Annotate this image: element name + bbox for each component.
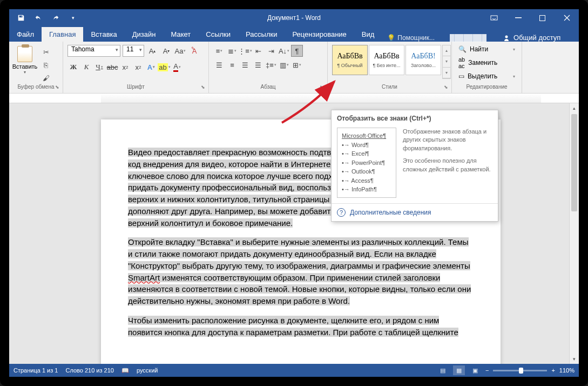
group-font: Tahoma 11 A▴ A▾ Aa A✎ Ж К Ч abc x2 x2 A … [63, 42, 209, 93]
ruler[interactable] [9, 94, 579, 103]
view-print-button[interactable]: ▦ [453, 365, 465, 375]
strike-button[interactable]: abc [106, 61, 118, 73]
shrink-font-button[interactable]: A▾ [160, 45, 172, 57]
status-words[interactable]: Слово 210 из 210 [65, 367, 114, 374]
tell-me-search[interactable]: 💡 Помощник... [382, 34, 440, 42]
status-language[interactable]: русский [137, 367, 158, 374]
style-nospacing[interactable]: АаБбВв ¶ Без инте... [369, 45, 404, 75]
borders-button[interactable]: ⊞ [291, 59, 303, 71]
paste-label: Вставить [12, 63, 38, 70]
sort-button[interactable]: A↓ [278, 45, 290, 57]
clear-format-button[interactable]: A✎ [188, 45, 200, 57]
group-clipboard-label: Буфер обмена [12, 84, 59, 91]
shading-button[interactable]: ▥ [278, 59, 290, 71]
numbering-button[interactable]: ≣ [226, 45, 238, 57]
clipboard-launcher[interactable]: ⬊ [55, 84, 62, 91]
undo-button[interactable] [31, 10, 46, 25]
svg-rect-2 [540, 15, 545, 21]
zoom-in-button[interactable]: + [551, 367, 555, 374]
highlight-button[interactable]: ab [158, 61, 170, 73]
line-spacing-button[interactable]: ‡≡ [265, 59, 277, 71]
scroll-thumb[interactable] [571, 114, 577, 211]
tooltip-more-link[interactable]: ? Дополнительные сведения [332, 203, 498, 221]
decrease-indent-button[interactable]: ⇤ [252, 45, 264, 57]
font-launcher[interactable]: ⬊ [201, 84, 207, 91]
group-styles-label: Стили [331, 84, 448, 91]
bold-button[interactable]: Ж [67, 61, 79, 73]
group-clipboard: Вставить ▾ ✂ ⎘ 🖌 Буфер обмена ⬊ [9, 42, 63, 93]
change-case-button[interactable]: Aa [174, 45, 186, 57]
justify-button[interactable]: ☰ [252, 59, 264, 71]
align-right-button[interactable]: ☰ [239, 59, 251, 71]
underline-button[interactable]: Ч [93, 61, 105, 73]
font-size-combo[interactable]: 11 [123, 45, 144, 57]
bullets-button[interactable]: ≡ [213, 45, 225, 57]
maximize-button[interactable] [530, 9, 555, 26]
italic-button[interactable]: К [80, 61, 92, 73]
group-editing-label: Редактирование [455, 84, 518, 91]
minimize-button[interactable] [506, 9, 530, 26]
tab-references[interactable]: Ссылки [198, 27, 238, 42]
view-read-button[interactable]: ▤ [437, 365, 449, 375]
doc-paragraph-3[interactable]: Чтобы изменить расположение рисунка в до… [128, 316, 458, 337]
superscript-button[interactable]: x2 [132, 61, 144, 73]
status-page[interactable]: Страница 1 из 1 [13, 367, 58, 374]
window-title: Документ1 - Word [267, 14, 321, 22]
show-marks-button[interactable]: ¶ [291, 45, 303, 57]
align-left-button[interactable]: ☰ [213, 59, 225, 71]
scroll-up-icon[interactable]: ▴ [570, 103, 579, 113]
account-name[interactable]: ████████ [440, 34, 496, 42]
ribbon-options-button[interactable] [482, 9, 506, 26]
tooltip-description: Отображение знаков абзаца и других скрыт… [403, 128, 492, 198]
font-color-button[interactable]: A [171, 61, 183, 73]
tab-view[interactable]: Вид [354, 27, 382, 42]
subscript-button[interactable]: x2 [119, 61, 131, 73]
paragraph-launcher[interactable]: ⬊ [320, 84, 326, 91]
tab-insert[interactable]: Вставка [83, 27, 124, 42]
tab-layout[interactable]: Макет [163, 27, 198, 42]
text-effects-button[interactable]: A [145, 61, 157, 73]
doc-paragraph-2a[interactable]: Откройте вкладку "Вставка" и выберите ну… [128, 237, 470, 270]
style-heading1[interactable]: АаБбВ! Заголово... [405, 45, 441, 75]
redo-button[interactable] [48, 10, 63, 25]
ribbon-tabs: Файл Главная Вставка Дизайн Макет Ссылки… [9, 26, 579, 42]
grow-font-button[interactable]: A▴ [146, 45, 158, 57]
doc-smartart-word[interactable]: SmartArt [128, 273, 160, 282]
paste-button[interactable]: Вставить ▾ [12, 44, 37, 84]
tab-review[interactable]: Рецензирование [285, 27, 354, 42]
increase-indent-button[interactable]: ⇥ [265, 45, 277, 57]
styles-gallery-nav[interactable]: ▴▾▾ [442, 45, 451, 79]
save-button[interactable] [13, 10, 29, 25]
scroll-down-icon[interactable]: ▾ [570, 354, 579, 364]
replace-button[interactable]: abac Заменить [455, 55, 518, 71]
zoom-slider[interactable] [493, 370, 547, 371]
svg-rect-1 [515, 17, 522, 18]
close-button[interactable] [555, 9, 579, 26]
doc-paragraph-2c[interactable]: изменятся соответствующим образом. При п… [128, 273, 471, 306]
find-button[interactable]: 🔍 Найти ▾ [455, 44, 518, 55]
status-proofing-icon[interactable]: 📖 [121, 367, 129, 374]
tab-home[interactable]: Главная [42, 27, 83, 42]
vertical-scrollbar[interactable]: ▴ ▾ [569, 103, 579, 364]
view-web-button[interactable]: ▣ [469, 365, 481, 375]
share-button[interactable]: Общий доступ [496, 34, 567, 42]
copy-button[interactable]: ⎘ [39, 59, 52, 71]
help-icon: ? [337, 208, 346, 217]
group-paragraph: ≡ ≣ ⋮≡ ⇤ ⇥ A↓ ¶ ☰ ≡ ☰ ☰ ‡≡ ▥ ⊞ Абзац ⬊ [209, 42, 328, 93]
align-center-button[interactable]: ≡ [226, 59, 238, 71]
font-name-combo[interactable]: Tahoma [67, 45, 120, 57]
tooltip-title: Отобразить все знаки (Ctrl+*) [332, 110, 498, 124]
zoom-level[interactable]: 110% [559, 367, 575, 374]
zoom-out-button[interactable]: − [485, 367, 489, 374]
group-font-label: Шрифт [66, 84, 205, 91]
styles-launcher[interactable]: ⬊ [444, 84, 450, 91]
tab-file[interactable]: Файл [9, 27, 42, 42]
format-painter-button[interactable]: 🖌 [39, 72, 52, 84]
tab-design[interactable]: Дизайн [125, 27, 164, 42]
qat-more-icon[interactable]: ▾ [65, 10, 80, 25]
multilevel-button[interactable]: ⋮≡ [239, 45, 251, 57]
style-normal[interactable]: АаБбВв ¶ Обычный [332, 45, 368, 75]
select-button[interactable]: ▭ Выделить ▾ [455, 71, 518, 82]
tab-mailings[interactable]: Рассылки [238, 27, 285, 42]
cut-button[interactable]: ✂ [39, 46, 52, 58]
